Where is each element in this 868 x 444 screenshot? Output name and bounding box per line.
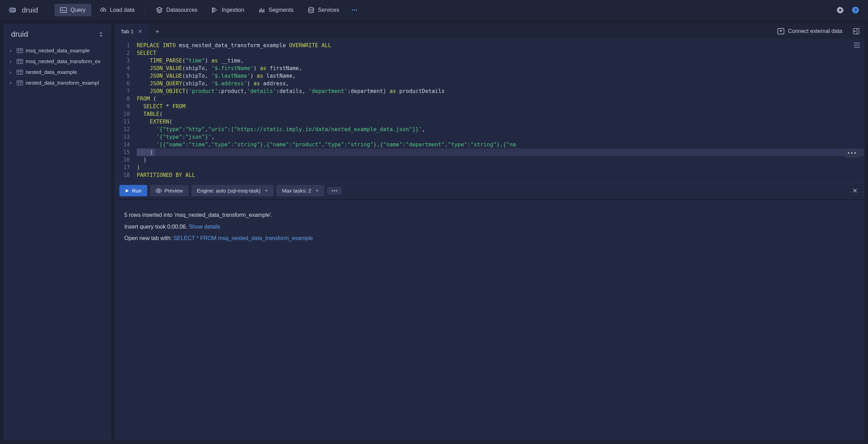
database-icon [308, 7, 315, 14]
results-panel: 5 rows inserted into 'msq_nested_data_tr… [115, 199, 865, 441]
table-icon [17, 48, 23, 53]
svg-point-3 [354, 9, 355, 11]
svg-point-4 [356, 9, 357, 11]
code-area[interactable]: REPLACE INTO msq_nested_data_transform_e… [134, 39, 865, 182]
nav-ingestion[interactable]: Ingestion [206, 4, 250, 16]
max-tasks-select[interactable]: Max tasks: 2 ▼ [276, 185, 324, 196]
schema-sidebar: druid ›msq_nested_data_example›msq_neste… [3, 24, 111, 441]
eye-icon [156, 188, 162, 193]
schema-tree: ›msq_nested_data_example›msq_nested_data… [3, 44, 111, 89]
nav-more[interactable] [348, 4, 361, 16]
result-timing: Insert query took 0:00:06. Show details [124, 221, 855, 233]
connect-external-label: Connect external data [788, 28, 842, 34]
close-icon[interactable]: ✕ [138, 28, 142, 35]
preview-label: Preview [165, 188, 183, 194]
svg-point-1 [309, 7, 314, 9]
run-label: Run [132, 188, 142, 194]
header: druid Query Load data Datasources Ingest… [0, 0, 868, 20]
svg-point-16 [336, 190, 337, 191]
brand-text: druid [22, 6, 38, 14]
divider [145, 5, 145, 15]
connect-external-data[interactable]: Connect external data [772, 28, 848, 34]
table-icon [17, 80, 23, 85]
chevron-right-icon: › [10, 80, 14, 86]
schema-table-item[interactable]: ›nested_data_transform_exampl [6, 77, 109, 88]
nav-segments[interactable]: Segments [253, 4, 299, 16]
tab-1[interactable]: Tab 1 ✕ [115, 24, 149, 39]
menu-icon[interactable] [853, 42, 860, 48]
sql-editor[interactable]: 123456789101112131415161718 REPLACE INTO… [115, 39, 865, 182]
engine-select[interactable]: Engine: auto (sql-msq-task) ▼ [191, 185, 274, 196]
table-icon [17, 70, 23, 75]
nav-services[interactable]: Services [302, 4, 345, 16]
main-panel: Tab 1 ✕ ＋ Connect external data 12345678… [115, 24, 865, 441]
svg-text:?: ? [854, 8, 857, 13]
druid-logo-icon [9, 5, 18, 15]
nav-label: Services [318, 7, 339, 13]
schema-table-item[interactable]: ›msq_nested_data_transform_ex [6, 56, 109, 67]
run-button[interactable]: Run [119, 185, 147, 196]
panel-collapse-icon[interactable] [853, 28, 860, 35]
svg-point-13 [158, 190, 159, 191]
more-button[interactable] [327, 187, 342, 195]
gantt-icon [211, 7, 218, 14]
preview-button[interactable]: Preview [150, 185, 189, 196]
max-tasks-label: Max tasks: 2 [282, 188, 311, 194]
open-query-link[interactable]: SELECT * FROM msq_nested_data_transform_… [173, 235, 313, 241]
divider [49, 5, 50, 15]
ellipsis-icon [351, 7, 358, 14]
segments-icon [258, 7, 265, 14]
nav-load-data[interactable]: Load data [94, 4, 140, 16]
chevron-right-icon: › [10, 58, 14, 64]
tab-bar: Tab 1 ✕ ＋ Connect external data [115, 24, 865, 39]
tab-label: Tab 1 [121, 28, 134, 34]
nav-label: Ingestion [222, 7, 244, 13]
gear-icon[interactable] [836, 6, 844, 14]
nav-label: Load data [110, 7, 135, 13]
line-gutter: 123456789101112131415161718 [115, 39, 134, 182]
svg-rect-0 [60, 8, 67, 12]
nav-label: Query [70, 7, 86, 13]
svg-point-15 [334, 190, 335, 191]
upload-cloud-icon [100, 7, 107, 14]
nav-label: Datasources [166, 7, 198, 13]
chevron-right-icon: › [10, 69, 14, 75]
nav-query[interactable]: Query [55, 4, 91, 16]
schema-table-item[interactable]: ›nested_data_example [6, 67, 109, 77]
chevron-down-icon: ▼ [265, 189, 268, 193]
table-name: msq_nested_data_example [26, 48, 90, 53]
table-icon [17, 59, 23, 64]
brand-logo[interactable]: druid [9, 5, 38, 15]
chevron-right-icon: › [10, 48, 14, 53]
help-icon[interactable]: ? [852, 6, 859, 14]
add-tab-button[interactable]: ＋ [149, 27, 166, 35]
ellipsis-icon [331, 190, 337, 192]
svg-rect-7 [17, 48, 23, 53]
table-name: msq_nested_data_transform_ex [26, 58, 100, 64]
engine-label: Engine: auto (sql-msq-task) [197, 188, 260, 194]
sort-icon [99, 31, 103, 37]
database-selector[interactable]: druid [3, 24, 111, 44]
nav-label: Segments [269, 7, 294, 13]
close-results-button[interactable]: ✕ [850, 187, 860, 195]
table-name: nested_data_transform_exampl [26, 80, 99, 86]
result-open-tab: Open new tab with: SELECT * FROM msq_nes… [124, 232, 855, 244]
console-icon [60, 7, 67, 14]
svg-point-14 [332, 190, 333, 191]
database-name: druid [11, 30, 28, 39]
query-toolbar: Run Preview Engine: auto (sql-msq-task) … [115, 182, 865, 199]
play-icon [125, 189, 129, 193]
result-message: 5 rows inserted into 'msq_nested_data_tr… [124, 209, 855, 221]
svg-point-2 [352, 9, 353, 11]
svg-rect-9 [17, 70, 23, 74]
show-details-link[interactable]: Show details [189, 224, 220, 230]
table-name: nested_data_example [26, 69, 77, 75]
chevron-down-icon: ▼ [315, 189, 319, 193]
schema-table-item[interactable]: ›msq_nested_data_example [6, 45, 109, 56]
layers-icon [156, 7, 163, 14]
svg-rect-8 [17, 59, 23, 63]
ellipsis-icon[interactable]: ••• [844, 148, 860, 157]
nav-datasources[interactable]: Datasources [150, 4, 203, 16]
svg-rect-10 [17, 80, 23, 85]
import-icon [777, 28, 784, 34]
